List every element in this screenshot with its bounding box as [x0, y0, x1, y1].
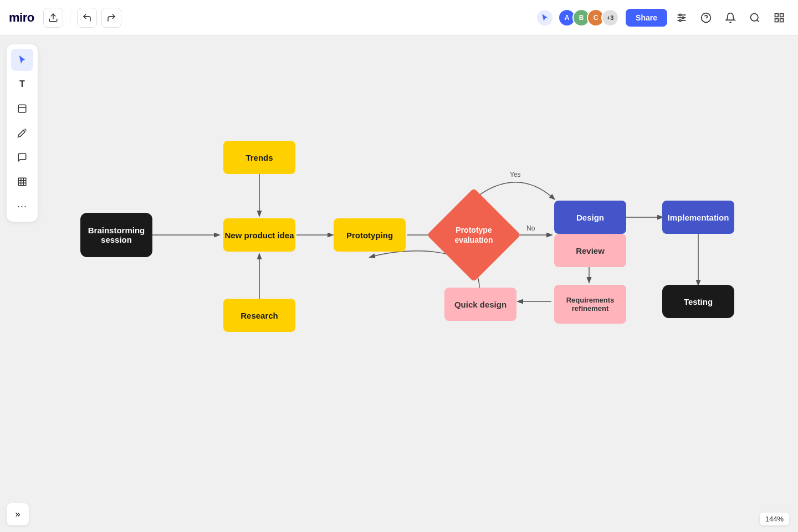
prototype-evaluation-node[interactable]: Prototype evaluation: [438, 199, 510, 271]
research-node[interactable]: Research: [223, 299, 295, 332]
requirements-refinement-node[interactable]: Requirements refinement: [554, 285, 626, 324]
svg-line-10: [757, 19, 759, 22]
panels-button[interactable]: [769, 8, 789, 28]
customize-button[interactable]: [672, 8, 692, 28]
svg-rect-13: [775, 18, 779, 22]
pen-tool[interactable]: [11, 122, 33, 144]
svg-point-4: [679, 14, 681, 16]
redo-button[interactable]: [101, 8, 121, 28]
svg-rect-15: [18, 105, 26, 112]
frame-tool[interactable]: [11, 171, 33, 193]
svg-point-5: [682, 17, 684, 18]
share-button[interactable]: Share: [626, 9, 667, 27]
trends-node[interactable]: Trends: [223, 141, 295, 174]
header-right: A B C +3 Share: [536, 8, 789, 28]
left-sidebar: T ···: [7, 44, 38, 222]
sticky-tool[interactable]: [11, 98, 33, 120]
arrows-svg: Yes No: [44, 69, 765, 512]
avatar-more[interactable]: +3: [601, 9, 619, 27]
comment-tool[interactable]: [11, 146, 33, 168]
svg-rect-11: [775, 13, 779, 17]
more-tool[interactable]: ···: [11, 195, 33, 217]
svg-line-17: [25, 129, 27, 131]
brainstorming-node[interactable]: Brainstorming session: [80, 213, 152, 257]
svg-point-9: [751, 13, 758, 21]
svg-rect-12: [780, 13, 784, 17]
undo-button[interactable]: [77, 8, 97, 28]
design-node[interactable]: Design: [554, 201, 626, 234]
svg-point-6: [679, 19, 681, 21]
prototyping-node[interactable]: Prototyping: [334, 218, 406, 252]
notifications-button[interactable]: [720, 8, 740, 28]
select-tool[interactable]: [11, 49, 33, 71]
header: miro A B C +3 Share: [0, 0, 798, 35]
new-product-idea-node[interactable]: New product idea: [223, 218, 295, 252]
avatar-group: A B C +3: [558, 9, 619, 27]
help-button[interactable]: [696, 8, 716, 28]
svg-text:No: No: [526, 224, 535, 232]
logo: miro: [9, 11, 34, 25]
svg-text:Yes: Yes: [510, 171, 521, 178]
svg-rect-18: [18, 178, 26, 186]
quick-design-node[interactable]: Quick design: [444, 288, 516, 321]
expand-button[interactable]: »: [7, 503, 29, 525]
zoom-indicator: 144%: [760, 513, 789, 525]
flowchart: Yes No Brainstorming session Trends N: [44, 69, 765, 512]
header-divider: [70, 9, 70, 26]
testing-node[interactable]: Testing: [662, 285, 734, 318]
canvas[interactable]: Yes No Brainstorming session Trends N: [0, 35, 798, 532]
cursor-avatar: [536, 9, 554, 27]
upload-button[interactable]: [43, 8, 63, 28]
text-tool[interactable]: T: [11, 73, 33, 95]
review-node[interactable]: Review: [554, 234, 626, 267]
search-button[interactable]: [745, 8, 765, 28]
svg-rect-14: [780, 18, 784, 22]
implementation-node[interactable]: Implementation: [662, 201, 734, 234]
